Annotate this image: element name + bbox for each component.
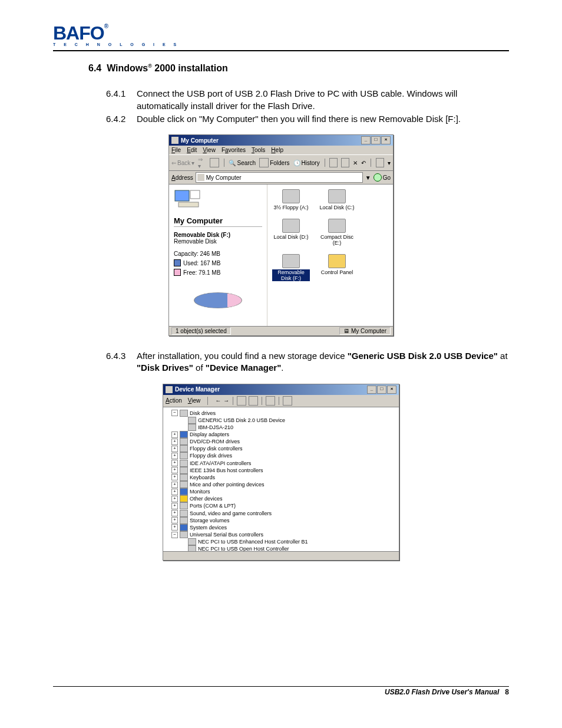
- expand-icon[interactable]: +: [171, 489, 178, 495]
- drive-c[interactable]: Local Disk (C:): [318, 189, 356, 210]
- expand-icon[interactable]: +: [171, 431, 178, 438]
- collapse-icon[interactable]: −: [171, 410, 178, 416]
- info-panel: My Computer Removable Disk (F:) Removabl…: [169, 185, 267, 326]
- computer-icon: [180, 524, 188, 531]
- selected-type: Removable Disk: [174, 238, 262, 245]
- menu-view[interactable]: View: [203, 147, 216, 153]
- drive-e[interactable]: Compact Disc (E:): [318, 219, 356, 246]
- document-page: BAFO® T E C H N O L O G I E S 6.4 Window…: [0, 0, 562, 728]
- free-text: Free: 79.1 MB: [183, 269, 220, 276]
- tree-leaf-generic-usb[interactable]: GENERIC USB Disk 2.0 USB Device: [171, 417, 396, 424]
- tree-leaf-nec-enhanced[interactable]: NEC PCI to USB Enhanced Host Controller …: [171, 538, 396, 545]
- drive-pane[interactable]: 3½ Floppy (A:) Local Disk (C:) Local Dis…: [267, 185, 393, 326]
- tree-node-fdc[interactable]: +Floppy disk controllers: [171, 445, 396, 452]
- window-icon: [166, 386, 173, 393]
- tree-node-sound[interactable]: +Sound, video and game controllers: [171, 510, 396, 517]
- window-body: My Computer Removable Disk (F:) Removabl…: [169, 185, 393, 326]
- toolbar-icon[interactable]: [237, 396, 246, 406]
- forward-icon[interactable]: →: [223, 397, 229, 404]
- tree-node-storage[interactable]: +Storage volumes: [171, 517, 396, 524]
- footer-title: USB2.0 Flash Drive User's Manual: [385, 688, 499, 696]
- history-button[interactable]: 🕓History: [293, 160, 320, 166]
- device-tree[interactable]: −Disk drives GENERIC USB Disk 2.0 USB De…: [163, 407, 399, 551]
- expand-icon[interactable]: +: [171, 446, 178, 452]
- expand-icon[interactable]: +: [171, 496, 178, 502]
- toolbar-sep: [224, 159, 224, 167]
- maximize-button[interactable]: □: [377, 386, 386, 394]
- copyto-icon[interactable]: [341, 158, 349, 167]
- expand-icon[interactable]: +: [171, 482, 178, 488]
- menu-tools[interactable]: Tools: [252, 147, 265, 153]
- expand-icon[interactable]: +: [171, 460, 178, 466]
- go-button[interactable]: Go: [373, 173, 391, 182]
- close-button[interactable]: ×: [387, 386, 396, 394]
- tree-node-fdd[interactable]: +Floppy disk drives: [171, 452, 396, 459]
- menu-help[interactable]: Help: [271, 147, 283, 153]
- tree-node-keyboards[interactable]: +Keyboards: [171, 474, 396, 481]
- tree-node-mice[interactable]: +Mice and other pointing devices: [171, 481, 396, 488]
- step-text: Double click on "My Computer" then you w…: [137, 113, 509, 125]
- menu-action[interactable]: Action: [166, 397, 182, 404]
- folder-up-icon: [210, 158, 219, 167]
- drive-f-selected[interactable]: Removable Disk (F:): [272, 254, 310, 281]
- tree-node-dvd[interactable]: +DVD/CD-ROM drives: [171, 438, 396, 445]
- disk-icon: [328, 189, 346, 203]
- svg-rect-2: [178, 202, 199, 207]
- used-swatch: [174, 259, 181, 266]
- moveto-icon[interactable]: [329, 158, 338, 167]
- minimize-button[interactable]: _: [367, 386, 376, 394]
- tree-node-ports[interactable]: +Ports (COM & LPT): [171, 502, 396, 509]
- search-button[interactable]: 🔍Search: [229, 160, 256, 166]
- tree-leaf-ibm[interactable]: IBM-DJSA-210: [171, 424, 396, 431]
- tree-node-display[interactable]: +Display adapters: [171, 431, 396, 438]
- expand-icon[interactable]: +: [171, 524, 178, 531]
- views-icon[interactable]: [376, 158, 384, 167]
- up-button[interactable]: [210, 158, 219, 167]
- drive-floppy[interactable]: 3½ Floppy (A:): [272, 189, 310, 210]
- status-left: 1 object(s) selected: [171, 327, 231, 335]
- tree-node-disk-drives[interactable]: −Disk drives: [171, 410, 396, 417]
- expand-icon[interactable]: +: [171, 467, 178, 473]
- address-dropdown[interactable]: ▼: [365, 174, 371, 181]
- expand-icon[interactable]: +: [171, 474, 178, 480]
- forward-button[interactable]: ⇒ ▾: [198, 156, 206, 169]
- expand-icon[interactable]: +: [171, 503, 178, 509]
- tree-node-ide[interactable]: +IDE ATA/ATAPI controllers: [171, 460, 396, 467]
- address-input[interactable]: My Computer: [196, 172, 363, 183]
- control-panel-icon: [328, 254, 346, 268]
- toolbar-icon[interactable]: [249, 396, 258, 406]
- tree-node-usb[interactable]: −Universal Serial Bus controllers: [171, 531, 396, 538]
- delete-button[interactable]: ✕: [353, 160, 358, 166]
- menu-favorites[interactable]: Favorites: [222, 147, 246, 153]
- expand-icon[interactable]: +: [171, 510, 178, 516]
- expand-icon[interactable]: +: [171, 439, 178, 445]
- question-icon: [180, 495, 188, 502]
- drive-d[interactable]: Local Disk (D:): [272, 219, 310, 246]
- expand-icon[interactable]: +: [171, 453, 178, 459]
- close-button[interactable]: ×: [381, 136, 391, 144]
- tree-node-ieee1394[interactable]: +IEEE 1394 Bus host controllers: [171, 467, 396, 474]
- tree-leaf-nec-open[interactable]: NEC PCI to USB Open Host Controller: [171, 545, 396, 551]
- menu-edit[interactable]: Edit: [187, 147, 197, 153]
- control-panel[interactable]: Control Panel: [318, 254, 356, 281]
- tree-node-other[interactable]: +Other devices: [171, 495, 396, 502]
- folders-button[interactable]: Folders: [259, 158, 289, 167]
- window-title: Device Manager: [175, 386, 220, 393]
- back-button[interactable]: ⇐ Back ▾: [171, 160, 194, 166]
- menu-view[interactable]: View: [188, 397, 201, 404]
- tree-node-monitors[interactable]: +Monitors: [171, 488, 396, 495]
- registered-mark: ®: [104, 23, 108, 29]
- menu-file[interactable]: File: [171, 147, 181, 153]
- expand-icon[interactable]: +: [171, 517, 178, 523]
- back-icon[interactable]: ←: [215, 397, 221, 404]
- tree-node-system[interactable]: +System devices: [171, 524, 396, 531]
- maximize-button[interactable]: □: [371, 136, 381, 144]
- toolbar-icon[interactable]: [283, 396, 292, 406]
- toolbar-icon[interactable]: [266, 396, 275, 406]
- screenshot-devmgr: Device Manager _ □ × Action View ← →: [53, 384, 509, 561]
- toolbar-sep: [207, 397, 208, 405]
- undo-button[interactable]: ↶: [361, 160, 366, 166]
- collapse-icon[interactable]: −: [171, 532, 178, 538]
- step-item: 6.4.2 Double click on "My Computer" then…: [106, 113, 509, 125]
- minimize-button[interactable]: _: [361, 136, 371, 144]
